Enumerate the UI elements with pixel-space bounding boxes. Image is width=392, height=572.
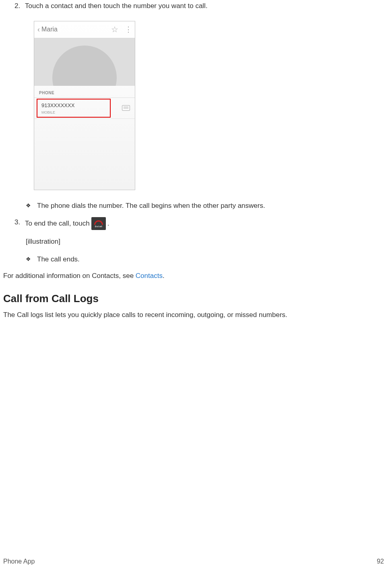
overflow-menu-icon: ⋮ (125, 24, 132, 35)
closing-prefix: For additional information on Contacts, … (3, 272, 136, 280)
footer-section-name: Phone App (3, 557, 35, 566)
phone-section-label: PHONE (34, 87, 135, 98)
sub-bullet-1: ❖ The phone dials the number. The call b… (26, 201, 384, 211)
contact-screenshot: ‹ Maria ☆ ⋮ PHONE 913XXXXXXX MOBILE (34, 21, 135, 190)
illustration-placeholder: [illustration] (26, 236, 384, 247)
step3-suffix: . (107, 218, 109, 229)
closing-suffix: . (163, 272, 165, 280)
closing-paragraph: For additional information on Contacts, … (3, 271, 384, 281)
contact-avatar-area (34, 38, 135, 86)
favorite-star-icon: ☆ (111, 23, 118, 35)
screenshot-header: ‹ Maria ☆ ⋮ (34, 21, 135, 38)
step-number: 2. (14, 1, 25, 11)
step-text: To end the call, touch End call . (25, 217, 384, 230)
page-footer: Phone App 92 (3, 557, 384, 566)
end-call-icon: End call (91, 217, 106, 230)
section-subtext: The Call logs list lets you quickly plac… (3, 310, 384, 320)
contacts-link[interactable]: Contacts (136, 272, 163, 280)
step-text: Touch a contact and then touch the numbe… (25, 1, 384, 11)
back-chevron-icon: ‹ (37, 24, 40, 35)
sub-bullet-2: ❖ The call ends. (26, 254, 384, 265)
phone-type: MOBILE (41, 110, 106, 116)
step-number: 3. (14, 217, 25, 230)
sub-bullet-text: The phone dials the number. The call beg… (37, 201, 265, 211)
sub-bullet-text: The call ends. (37, 254, 80, 265)
section-heading: Call from Call Logs (3, 291, 384, 307)
phone-number-row: 913XXXXXXX MOBILE (34, 98, 135, 119)
avatar-placeholder-icon (52, 46, 117, 86)
diamond-bullet-icon: ❖ (26, 201, 37, 210)
phone-number-highlight: 913XXXXXXX MOBILE (37, 99, 111, 118)
message-icon (122, 105, 130, 111)
step-3: 3. To end the call, touch End call . (14, 217, 384, 230)
step3-prefix: To end the call, touch (25, 218, 90, 229)
contact-name: Maria (41, 25, 58, 34)
step-2: 2. Touch a contact and then touch the nu… (14, 1, 384, 11)
diamond-bullet-icon: ❖ (26, 255, 37, 263)
footer-page-number: 92 (377, 557, 384, 566)
phone-number: 913XXXXXXX (41, 102, 106, 110)
